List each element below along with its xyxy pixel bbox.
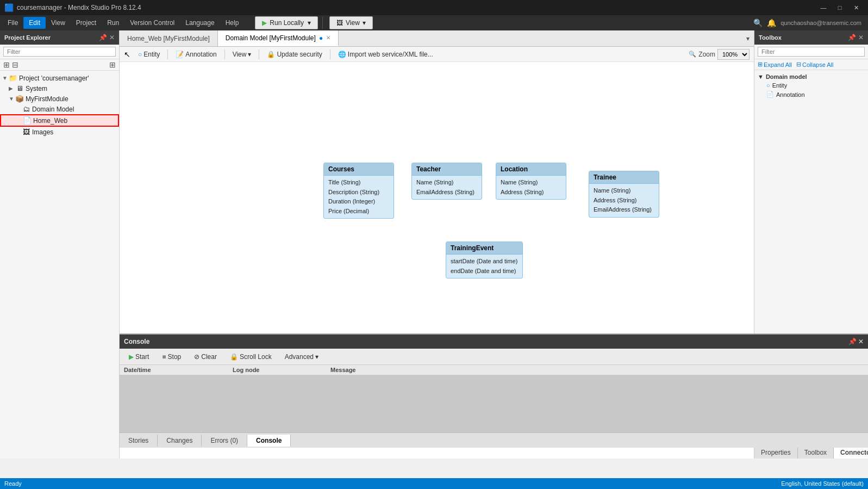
annotation-button[interactable]: 📝 Annotation — [172, 49, 220, 59]
tree-item-project[interactable]: ▼ 📁 Project 'coursemanager' — [0, 73, 119, 83]
collapse-all-button[interactable]: ⊟ Collapse All — [796, 61, 833, 68]
entity-field: startDate (Date and time) — [451, 257, 518, 267]
menu-help[interactable]: Help — [220, 17, 245, 29]
close-button[interactable]: ✕ — [848, 0, 864, 15]
toolbox-pin-button[interactable]: 📌 — [848, 34, 856, 41]
project-label: Project 'coursemanager' — [19, 75, 89, 82]
stop-button[interactable]: ■ Stop — [157, 351, 186, 362]
col-message: Message — [330, 367, 754, 373]
clear-button[interactable]: ⊘ Clear — [189, 351, 222, 362]
sidebar-toolbar: ⊞ ⊟ ⊞ — [0, 59, 119, 71]
collapse-icon[interactable]: ⊟ — [12, 60, 18, 69]
search-icon[interactable]: 🔍 — [753, 18, 763, 27]
zoom-icon: 🔍 — [689, 51, 696, 58]
tab-changes[interactable]: Changes — [158, 435, 202, 447]
advanced-button[interactable]: Advanced ▾ — [280, 351, 323, 362]
expand-icon[interactable]: ⊞ — [3, 60, 10, 69]
maximize-button[interactable]: □ — [832, 0, 847, 15]
start-button[interactable]: ▶ Start — [124, 351, 154, 362]
tab-dropdown[interactable]: ▾ — [742, 33, 754, 45]
view-icon: 🖼 — [336, 19, 343, 27]
grid-icon[interactable]: ⊞ — [109, 60, 116, 69]
filter-input[interactable] — [3, 47, 116, 57]
col-lognode: Log node — [233, 367, 330, 373]
menu-bar: File Edit View Project Run Version Contr… — [0, 15, 868, 30]
annotation-icon: 📝 — [176, 51, 184, 58]
tab-homeweb[interactable]: Home_Web [MyFirstModule] — [120, 30, 218, 46]
close-tab-button[interactable]: ✕ — [326, 35, 330, 41]
arrow-project[interactable]: ▼ — [2, 75, 9, 81]
homeweb-label: Home_Web — [33, 117, 67, 125]
console-title: Console — [124, 338, 754, 345]
entity-header-trainee: Trainee — [589, 171, 659, 184]
tab-domainmodel[interactable]: Domain Model [MyFirstModule] ● ✕ — [218, 30, 339, 46]
cursor-icon[interactable]: ↖ — [124, 50, 130, 59]
notifications-icon[interactable]: 🔔 — [767, 18, 776, 27]
zoom-area: 🔍 Zoom 100% 75% 50% 150% — [689, 49, 750, 60]
entity-card-teacher[interactable]: TeacherName (String)EmailAddress (String… — [411, 163, 482, 200]
system-icon: 🖥 — [15, 84, 24, 92]
tab-stories[interactable]: Stories — [120, 435, 158, 447]
toolbox-group-domainmodel: ▼ Domain model ○ Entity 📄 Annotation — [758, 72, 865, 99]
close-panel-button[interactable]: ✕ — [109, 34, 115, 41]
toolbox-header: Toolbox 📌 ✕ — [754, 30, 868, 45]
entity-field: EmailAddress (String) — [416, 188, 477, 197]
toolbox-filter-input[interactable] — [758, 47, 865, 57]
expand-icon: ⊞ — [758, 61, 763, 68]
user-email: qunchaoshao@transemic.com — [780, 20, 861, 26]
tab-console[interactable]: Console — [247, 435, 291, 447]
tab-dot: ● — [319, 34, 323, 42]
tree-item-myfirstmodule[interactable]: ▼ 📦 MyFirstModule — [0, 94, 119, 104]
expand-all-button[interactable]: ⊞ Expand All — [758, 61, 792, 68]
connector-tab[interactable]: Connector — [834, 447, 868, 459]
update-security-button[interactable]: 🔒 Update security — [264, 49, 325, 59]
entity-button[interactable]: ○ Entity — [135, 49, 163, 59]
arrow-module[interactable]: ▼ — [9, 96, 15, 102]
entity-card-trainingevent[interactable]: TrainingEventstartDate (Date and time)en… — [446, 242, 523, 278]
menu-file[interactable]: File — [2, 17, 23, 29]
properties-tab[interactable]: Properties — [754, 447, 798, 459]
menu-view[interactable]: View — [46, 17, 71, 29]
view-button[interactable]: 🖼 View ▾ — [329, 16, 373, 29]
system-label: System — [26, 85, 47, 92]
start-play-icon: ▶ — [129, 353, 134, 361]
toolbox-tab[interactable]: Toolbox — [798, 447, 834, 459]
menu-edit[interactable]: Edit — [23, 17, 46, 29]
tree-item-domainmodel[interactable]: ▶ 🗂 Domain Model — [0, 104, 119, 114]
menu-project[interactable]: Project — [71, 17, 102, 29]
run-locally-button[interactable]: ▶ Run Locally ▾ — [255, 16, 318, 29]
page-icon: 📄 — [23, 116, 32, 125]
window-controls[interactable]: — □ ✕ — [816, 0, 864, 15]
toolbox-group-header[interactable]: ▼ Domain model — [758, 72, 865, 81]
scroll-lock-button[interactable]: 🔒 Scroll Lock — [225, 351, 277, 362]
menu-version-control[interactable]: Version Control — [124, 17, 180, 29]
tree-item-images[interactable]: ▶ 🖼 Images — [0, 127, 119, 137]
annotation-doc-icon: 📄 — [766, 91, 774, 98]
entity-field: Name (String) — [501, 178, 561, 188]
pin-button[interactable]: 📌 — [99, 34, 107, 41]
menu-language[interactable]: Language — [180, 17, 220, 29]
arrow-system[interactable]: ▶ — [9, 85, 15, 91]
menu-run[interactable]: Run — [102, 17, 124, 29]
entity-card-location[interactable]: LocationName (String)Address (String) — [496, 163, 566, 200]
entity-header-trainingevent: TrainingEvent — [446, 242, 522, 255]
scroll-lock-icon: 🔒 — [230, 353, 238, 361]
tree-item-system[interactable]: ▶ 🖥 System — [0, 83, 119, 94]
tree-item-homeweb[interactable]: ▶ 📄 Home_Web — [0, 114, 119, 127]
import-webservice-button[interactable]: 🌐 Import web service/XML file... — [335, 49, 436, 59]
entity-header-location: Location — [496, 163, 566, 176]
zoom-select[interactable]: 100% 75% 50% 150% — [717, 49, 750, 60]
title-text: coursemanager - Mendix Studio Pro 8.12.4 — [17, 4, 816, 11]
view-tb-button[interactable]: View ▾ — [229, 49, 255, 59]
group-arrow: ▼ — [758, 73, 764, 80]
project-tree: ▼ 📁 Project 'coursemanager' ▶ 🖥 System ▼… — [0, 71, 119, 459]
toolbox-item-annotation[interactable]: 📄 Annotation — [758, 90, 865, 99]
editor-toolbar: ↖ ○ Entity 📝 Annotation View ▾ 🔒 Update … — [120, 47, 754, 62]
entity-field: Name (String) — [594, 186, 654, 196]
toolbox-item-entity[interactable]: ○ Entity — [758, 81, 865, 90]
entity-card-trainee[interactable]: TraineeName (String)Address (String)Emai… — [589, 171, 659, 218]
minimize-button[interactable]: — — [816, 0, 831, 15]
toolbox-close-button[interactable]: ✕ — [858, 34, 864, 41]
entity-card-courses[interactable]: CoursesTitle (String)Description (String… — [323, 163, 394, 219]
tab-errors[interactable]: Errors (0) — [202, 435, 247, 447]
